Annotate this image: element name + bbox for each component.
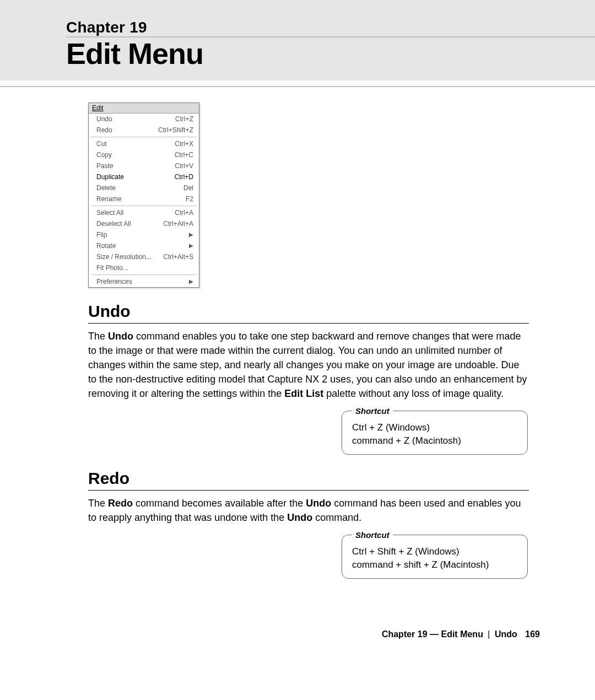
menu-item: CutCtrl+X [89, 138, 199, 149]
undo-shortcut-mac: command + Z (Macintosh) [352, 434, 517, 448]
shortcut-label: Shortcut [352, 530, 393, 540]
menu-item: Size / Resolution...Ctrl+Alt+S [89, 251, 199, 262]
edit-menu-title: Edit [89, 103, 199, 114]
page-footer: Chapter 19 — Edit Menu | Undo 169 [382, 629, 540, 639]
redo-shortcut-windows: Ctrl + Shift + Z (Windows) [352, 545, 517, 558]
menu-item: UndoCtrl+Z [89, 114, 199, 125]
header-rule-bottom [0, 86, 595, 87]
redo-shortcut-mac: command + shift + Z (Macintosh) [352, 558, 517, 572]
section-undo: Undo The Undo command enables you to tak… [88, 302, 529, 455]
edit-menu: Edit UndoCtrl+ZRedoCtrl+Shift+ZCutCtrl+X… [88, 103, 199, 288]
menu-separator [91, 274, 197, 275]
menu-item: Preferences▶ [89, 276, 199, 287]
undo-shortcut-box: Shortcut Ctrl + Z (Windows) command + Z … [342, 406, 528, 455]
menu-item: Flip▶ [89, 229, 199, 240]
chevron-right-icon: ▶ [189, 279, 193, 284]
undo-paragraph: The Undo command enables you to take one… [88, 329, 529, 401]
menu-item: DuplicateCtrl+D [89, 171, 199, 182]
undo-shortcut-windows: Ctrl + Z (Windows) [352, 421, 517, 434]
menu-item: Rotate▶ [89, 240, 199, 251]
menu-separator [91, 206, 197, 206]
section-rule [88, 490, 529, 491]
redo-shortcut-box: Shortcut Ctrl + Shift + Z (Windows) comm… [342, 530, 528, 579]
page-title: Edit Menu [66, 36, 595, 71]
menu-item: Fit Photo... [89, 262, 199, 273]
menu-item: DeleteDel [89, 182, 199, 193]
chevron-right-icon: ▶ [189, 243, 193, 249]
menu-item: CopyCtrl+C [89, 149, 199, 160]
undo-heading: Undo [88, 302, 529, 321]
chapter-header: Chapter 19 Edit Menu [0, 0, 595, 80]
menu-item: RenameF2 [89, 193, 199, 204]
menu-item: RedoCtrl+Shift+Z [89, 125, 199, 136]
chevron-right-icon: ▶ [189, 232, 193, 238]
edit-menu-figure: Edit UndoCtrl+ZRedoCtrl+Shift+ZCutCtrl+X… [88, 103, 529, 288]
menu-item: Deselect AllCtrl+Alt+A [89, 218, 199, 229]
redo-heading: Redo [88, 469, 529, 488]
section-redo: Redo The Redo command becomes available … [88, 469, 529, 579]
menu-item: PasteCtrl+V [89, 160, 199, 171]
menu-separator [91, 137, 197, 137]
shortcut-label: Shortcut [352, 406, 393, 416]
section-rule [88, 323, 529, 324]
menu-item: Select AllCtrl+A [89, 207, 199, 218]
redo-paragraph: The Redo command becomes available after… [88, 496, 529, 525]
chapter-label: Chapter 19 [66, 19, 595, 36]
